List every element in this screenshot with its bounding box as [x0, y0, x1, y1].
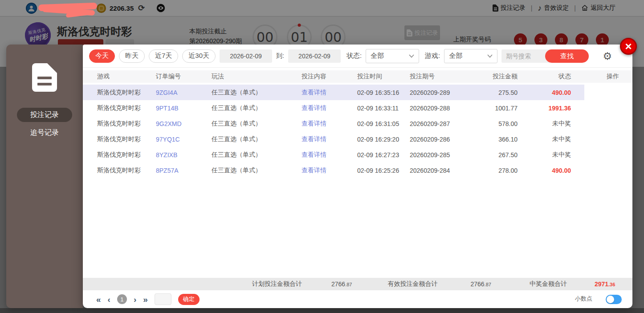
records-drawer: 投注记录 追号记录: [6, 45, 83, 308]
date-to-input[interactable]: [288, 49, 341, 63]
quick-filter-30days[interactable]: 近30天: [182, 49, 216, 63]
win-total-label: 中奖金额合计: [530, 280, 567, 288]
valid-total-value: 2766.87: [470, 280, 491, 288]
table-row[interactable]: 斯洛伐克时时彩 8PZ57A 任三直选（单式） 查看详情 02-09 16:25…: [83, 163, 632, 178]
action-cell: [584, 100, 632, 116]
chevron-down-icon: [487, 54, 493, 58]
view-detail-link[interactable]: 查看详情: [302, 100, 357, 116]
decimal-toggle-label: 小数点: [575, 295, 592, 303]
chevron-down-icon: [409, 54, 414, 58]
action-cell: [584, 131, 632, 147]
win-total-value: 2971.36: [595, 280, 615, 288]
status-value: 490.00: [531, 163, 584, 178]
order-link[interactable]: 9PT14B: [156, 100, 212, 116]
search-button[interactable]: 查找: [545, 49, 589, 63]
status-value: 未中奖: [531, 131, 584, 147]
status-select[interactable]: 全部: [366, 49, 419, 63]
filter-bar: 今天 昨天 近7天 近30天 到: 状态: 全部 游戏: 全部 查找 ⚙: [83, 45, 632, 68]
order-link[interactable]: 97YQ1C: [156, 131, 212, 147]
action-cell: [584, 85, 632, 100]
gear-icon[interactable]: ⚙: [603, 50, 612, 62]
close-icon[interactable]: ×: [620, 38, 637, 55]
action-cell: [584, 116, 632, 131]
table-body: 斯洛伐克时时彩 9ZGI4A 任三直选（单式） 查看详情 02-09 16:35…: [83, 85, 632, 178]
confirm-page-button[interactable]: 确定: [178, 294, 200, 305]
sidebar-item-bet-records[interactable]: 投注记录: [17, 108, 72, 122]
current-page-badge[interactable]: 1: [117, 294, 127, 304]
order-link[interactable]: 8YZIXB: [156, 147, 212, 163]
sidebar-item-chase-records[interactable]: 追号记录: [17, 126, 72, 140]
decimal-toggle[interactable]: [606, 295, 622, 304]
prev-page-icon[interactable]: ‹: [108, 295, 110, 304]
pagination-bar: « ‹ 1 › » 确定 小数点: [83, 290, 632, 308]
toggle-knob: [607, 296, 614, 303]
first-page-icon[interactable]: «: [96, 295, 101, 304]
order-link[interactable]: 9G2XMD: [156, 116, 212, 131]
table-row[interactable]: 斯洛伐克时时彩 97YQ1C 任三直选（单式） 查看详情 02-09 16:29…: [83, 131, 632, 147]
order-link[interactable]: 8PZ57A: [156, 163, 212, 178]
status-value: 490.00: [531, 85, 584, 100]
summary-bar: 计划投注金额合计 2766.87 有效投注金额合计 2766.87 中奖金额合计…: [83, 278, 632, 290]
planned-total-label: 计划投注金额合计: [252, 280, 302, 288]
quick-filter-7days[interactable]: 近7天: [149, 49, 178, 63]
status-filter-label: 状态:: [346, 52, 362, 60]
view-detail-link[interactable]: 查看详情: [302, 116, 357, 131]
quick-filter-yesterday[interactable]: 昨天: [119, 49, 145, 63]
status-value: 1991.36: [531, 100, 584, 116]
date-from-input[interactable]: [220, 49, 272, 63]
action-cell: [584, 163, 632, 178]
table-header: 游戏 订单编号 玩法 投注内容 投注时间 投注期号 投注金额 状态 操作: [83, 70, 632, 83]
bet-records-modal: × 今天 昨天 近7天 近30天 到: 状态: 全部 游戏: 全部 查找 ⚙ 游…: [83, 45, 632, 308]
table-row[interactable]: 斯洛伐克时时彩 9PT14B 任三直选（单式） 查看详情 02-09 16:33…: [83, 100, 632, 116]
game-filter-label: 游戏:: [425, 52, 440, 60]
table-row[interactable]: 斯洛伐克时时彩 8YZIXB 任三直选（单式） 查看详情 02-09 16:27…: [83, 147, 632, 163]
view-detail-link[interactable]: 查看详情: [302, 85, 357, 100]
view-detail-link[interactable]: 查看详情: [302, 131, 357, 147]
date-to-label: 到:: [276, 52, 284, 60]
view-detail-link[interactable]: 查看详情: [302, 147, 357, 163]
page-number-input[interactable]: [155, 293, 171, 305]
view-detail-link[interactable]: 查看详情: [302, 163, 357, 178]
next-page-icon[interactable]: ›: [134, 295, 136, 304]
last-page-icon[interactable]: »: [143, 295, 148, 304]
table-row[interactable]: 斯洛伐克时时彩 9ZGI4A 任三直选（单式） 查看详情 02-09 16:35…: [83, 85, 632, 100]
planned-total-value: 2766.87: [331, 280, 352, 288]
game-select[interactable]: 全部: [444, 49, 497, 63]
status-value: 未中奖: [531, 147, 584, 163]
order-link[interactable]: 9ZGI4A: [156, 85, 212, 100]
status-value: 未中奖: [531, 116, 584, 131]
action-cell: [584, 147, 632, 163]
valid-total-label: 有效投注金额合计: [387, 280, 437, 288]
table-row[interactable]: 斯洛伐克时时彩 9G2XMD 任三直选（单式） 查看详情 02-09 16:31…: [83, 116, 632, 131]
bet-record-icon: [32, 63, 57, 92]
quick-filter-today[interactable]: 今天: [89, 49, 115, 63]
